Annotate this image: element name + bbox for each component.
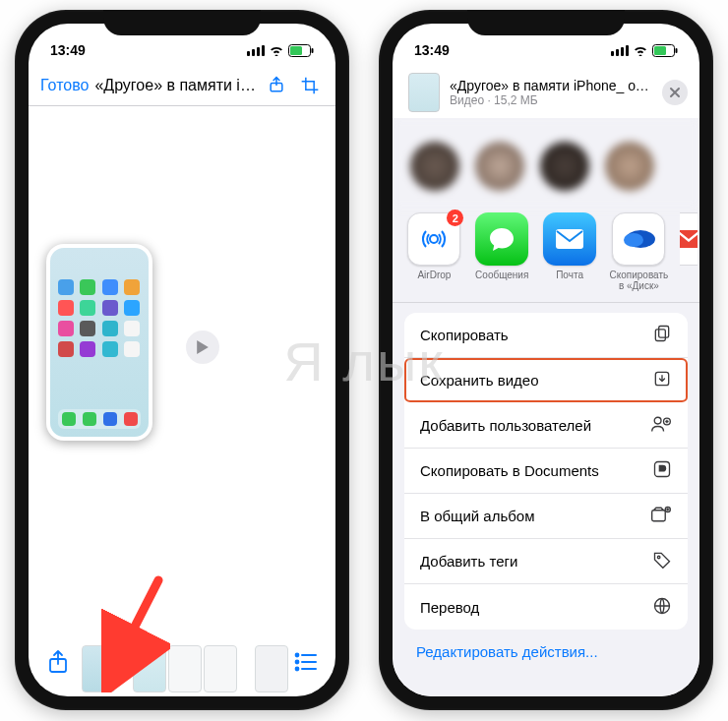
app-label: Сообщения xyxy=(475,270,528,280)
svg-rect-32 xyxy=(652,511,666,521)
app-label: Скопировать в «Диск» xyxy=(609,270,668,291)
apps-row: 2 AirDrop Сообщения xyxy=(393,209,699,303)
actions-list: Скопировать Сохранить видео Добавить пол… xyxy=(404,313,688,630)
page-title: «Другое» в памяти iPh... xyxy=(94,77,257,94)
action-add-people[interactable]: Добавить пользователей xyxy=(404,403,688,449)
contacts-row[interactable] xyxy=(393,118,699,209)
action-copy-documents[interactable]: Скопировать в Documents xyxy=(404,449,688,494)
phone-frame-right: 13:49 «Другое» в памяти iPhone_ откуда б… xyxy=(379,10,713,710)
share-sheet-body: 2 AirDrop Сообщения xyxy=(393,118,699,696)
svg-point-22 xyxy=(430,235,438,243)
svg-point-25 xyxy=(624,233,643,247)
add-people-icon xyxy=(650,414,672,437)
close-button[interactable] xyxy=(662,80,688,105)
action-shared-album[interactable]: В общий альбом xyxy=(404,494,688,539)
share-sheet-header: «Другое» в памяти iPhone_ откуда б... Ви… xyxy=(393,65,699,118)
action-label: В общий альбом xyxy=(420,508,535,524)
badge-count: 2 xyxy=(447,210,463,226)
documents-app-icon xyxy=(652,459,672,482)
svg-rect-20 xyxy=(654,46,666,55)
play-button[interactable] xyxy=(186,330,219,364)
svg-rect-18 xyxy=(626,45,629,56)
app-yandex-disk[interactable]: Скопировать в «Диск» xyxy=(609,212,668,291)
svg-rect-17 xyxy=(621,47,624,56)
download-icon xyxy=(652,369,672,391)
action-add-tags[interactable]: Добавить теги xyxy=(404,539,688,584)
status-right xyxy=(247,44,314,57)
bottom-toolbar xyxy=(29,641,335,696)
action-label: Сохранить видео xyxy=(420,372,539,389)
svg-rect-2 xyxy=(257,47,260,56)
edit-actions-link[interactable]: Редактировать действия... xyxy=(393,630,699,674)
svg-rect-15 xyxy=(611,51,614,56)
annotation-arrow xyxy=(101,574,170,696)
app-airdrop[interactable]: 2 AirDrop xyxy=(406,212,462,280)
action-label: Скопировать xyxy=(420,327,509,343)
svg-point-11 xyxy=(296,661,299,664)
svg-point-9 xyxy=(296,654,299,657)
svg-rect-26 xyxy=(659,327,669,338)
action-label: Перевод xyxy=(420,599,479,616)
action-save-video[interactable]: Сохранить видео xyxy=(404,358,688,403)
app-more[interactable] xyxy=(680,212,698,266)
app-label: Почта xyxy=(556,270,583,280)
clock: 13:49 xyxy=(414,42,450,58)
crop-icon[interactable] xyxy=(296,72,324,99)
document-viewer[interactable] xyxy=(29,106,335,641)
svg-rect-23 xyxy=(556,229,583,249)
share-button[interactable] xyxy=(46,649,70,679)
shared-album-icon xyxy=(650,505,672,527)
screen-left: 13:49 Готово «Другое» в памяти iPh... xyxy=(29,24,335,696)
svg-rect-27 xyxy=(655,330,665,341)
action-translate[interactable]: Перевод xyxy=(404,584,688,630)
svg-rect-16 xyxy=(616,49,619,56)
svg-rect-6 xyxy=(312,48,314,53)
done-button[interactable]: Готово xyxy=(40,77,89,94)
video-thumbnail[interactable] xyxy=(46,244,152,441)
tag-icon xyxy=(652,550,672,572)
app-mail[interactable]: Почта xyxy=(542,212,598,280)
svg-rect-21 xyxy=(676,48,678,53)
svg-rect-1 xyxy=(252,49,255,56)
notch xyxy=(467,10,625,35)
list-icon[interactable] xyxy=(294,652,318,676)
action-copy[interactable]: Скопировать xyxy=(404,313,688,358)
document-thumbnail-icon xyxy=(408,73,440,112)
status-right xyxy=(611,44,678,57)
notch xyxy=(103,10,261,35)
svg-rect-5 xyxy=(290,46,302,55)
app-messages[interactable]: Сообщения xyxy=(474,212,530,280)
svg-point-34 xyxy=(657,556,660,559)
share-top-icon[interactable] xyxy=(263,72,290,99)
svg-point-13 xyxy=(296,668,299,671)
svg-point-29 xyxy=(654,417,661,424)
share-title: «Другое» в памяти iPhone_ откуда б... xyxy=(450,78,652,93)
screen-right: 13:49 «Другое» в памяти iPhone_ откуда б… xyxy=(393,24,699,696)
action-label: Добавить пользователей xyxy=(420,417,591,434)
phone-frame-left: 13:49 Готово «Другое» в памяти iPh... xyxy=(15,10,349,710)
share-subtitle: Видео · 15,2 МБ xyxy=(450,93,652,107)
app-label: AirDrop xyxy=(417,270,451,280)
nav-bar: Готово «Другое» в памяти iPh... xyxy=(29,65,335,106)
svg-rect-0 xyxy=(247,51,250,56)
action-label: Добавить теги xyxy=(420,553,517,570)
action-label: Скопировать в Documents xyxy=(420,462,599,479)
svg-rect-3 xyxy=(262,45,265,56)
clock: 13:49 xyxy=(50,42,86,58)
globe-icon xyxy=(652,596,672,619)
copy-icon xyxy=(652,324,672,346)
